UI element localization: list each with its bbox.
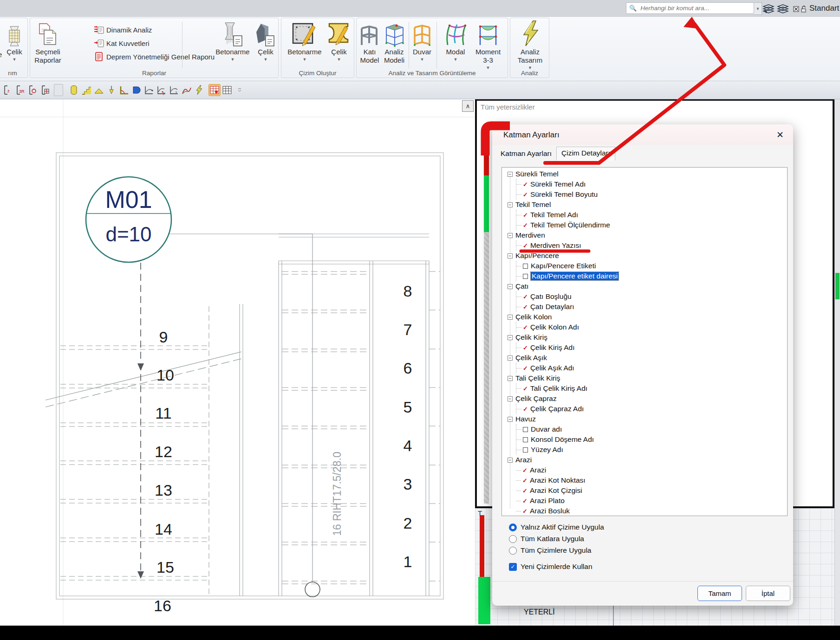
close-drawing-icon[interactable] xyxy=(792,4,800,14)
chart-stress-icon[interactable] xyxy=(181,84,193,96)
tree-parent-row[interactable]: −Sürekli Temel xyxy=(502,169,787,179)
tree-parent-row[interactable]: −Tekil Temel xyxy=(502,200,787,210)
level-axis-icon[interactable]: z xyxy=(2,84,14,96)
betonarme-rapor-button[interactable]: Betonarme ▼ xyxy=(213,20,252,62)
tab-katman-ayarlari[interactable]: Katman Ayarları xyxy=(496,148,556,161)
tree-parent-row[interactable]: −Arazi xyxy=(502,455,787,465)
unlock-icon[interactable] xyxy=(800,4,808,14)
stairs-icon[interactable] xyxy=(80,84,92,96)
tree-child-row[interactable]: ✓Arazi Bosluk xyxy=(516,506,787,516)
tree-child-row-merdiven-yazisi[interactable]: ✓Merdiven Yazısı xyxy=(516,240,787,251)
collapse-icon[interactable]: − xyxy=(508,356,513,361)
slab-table-icon[interactable] xyxy=(221,84,233,96)
moment-3-3-button[interactable]: Moment 3-3 ▼ xyxy=(469,20,507,70)
checkbox-unchecked-icon[interactable] xyxy=(523,264,528,269)
tree-child-row-selected[interactable]: Kapı/Pencere etiket dairesi xyxy=(516,271,787,281)
collapse-icon[interactable]: − xyxy=(508,335,513,340)
tree-child-row[interactable]: ✓Çelik Kiriş Adı xyxy=(516,343,787,353)
tree-child-row[interactable]: ✓Çelik Kolon Adı xyxy=(516,322,787,332)
collapse-icon[interactable]: − xyxy=(508,253,513,259)
layer-tree[interactable]: −Sürekli Temel ✓Sürekli Temel Adı ✓Sürek… xyxy=(501,167,788,516)
ok-button[interactable]: Tamam xyxy=(697,586,742,601)
tree-parent-row[interactable]: −Çelik Kolon xyxy=(502,312,787,322)
tree-parent-row[interactable]: −Çelik Çapraz xyxy=(502,394,787,404)
collapse-icon[interactable]: − xyxy=(508,315,513,320)
tree-parent-row[interactable]: −Merdiven xyxy=(502,230,787,240)
tree-child-row[interactable]: ✓Arazi Plato xyxy=(516,496,787,506)
tree-child-row[interactable]: ✓Arazi xyxy=(516,465,787,475)
close-icon[interactable]: ✕ xyxy=(776,129,784,140)
analiz-modeli-button[interactable]: Analiz Modeli xyxy=(381,20,407,65)
region-icon[interactable] xyxy=(130,84,143,96)
layer-settings-icon[interactable] xyxy=(762,4,775,14)
drawing-canvas[interactable]: M01 d=10 9 10 11 12 13 14 15 16 8 7 6 5 … xyxy=(0,99,475,626)
search-input[interactable] xyxy=(639,4,751,12)
level-section-icon[interactable] xyxy=(27,84,39,96)
checkbox-checked-icon[interactable]: ✓ xyxy=(509,563,517,571)
radio-row[interactable]: Tüm Katlara Uygula xyxy=(509,534,604,544)
search-dropdown-button[interactable]: ▼ xyxy=(754,2,762,15)
tree-parent-row[interactable]: −Çatı xyxy=(502,281,787,291)
column-icon[interactable] xyxy=(68,84,80,96)
analiz-tasarim-button[interactable]: Analiz Tasarım ▼ xyxy=(513,20,547,70)
collapse-icon[interactable]: − xyxy=(508,396,513,401)
tree-child-row[interactable]: ✓Çatı Boşluğu xyxy=(516,291,787,302)
checkbox-unchecked-icon[interactable] xyxy=(523,437,528,442)
tree-child-row[interactable]: ✓Tali Çelik Kiriş Adı xyxy=(516,383,787,394)
tree-child-row[interactable]: Kapı/Pencere Etiketi xyxy=(516,261,787,271)
workspace-label[interactable]: Standart xyxy=(809,4,839,13)
tree-child-row[interactable]: ✓Sürekli Temel Adı xyxy=(516,179,787,189)
tree-child-row[interactable]: ✓Çatı Detayları xyxy=(516,302,787,312)
tree-child-row[interactable]: Duvar adı xyxy=(516,424,787,434)
tree-parent-row[interactable]: −Havuz xyxy=(502,414,787,424)
tree-child-row[interactable]: ✓Sürekli Temel Boyutu xyxy=(516,189,787,200)
deprem-raporu-button[interactable]: Deprem Yönetmeliği Genel Raporu xyxy=(93,51,215,63)
kati-model-button[interactable]: Katı Model xyxy=(357,20,382,65)
tree-child-row[interactable]: ✓Çelik Aşık Adı xyxy=(516,363,787,373)
radio-icon[interactable] xyxy=(509,547,517,555)
level-target-icon[interactable] xyxy=(39,84,52,96)
checkbox-unchecked-icon[interactable] xyxy=(523,427,528,432)
chart-moment-icon[interactable]: ? xyxy=(168,84,180,96)
tree-parent-row[interactable]: −Çelik Kiriş xyxy=(502,332,787,343)
secmeli-raporlar-button[interactable]: Seçmeli Raporlar xyxy=(31,20,65,65)
radio-selected-icon[interactable] xyxy=(509,524,517,531)
angle-icon[interactable] xyxy=(118,84,130,96)
collapse-icon[interactable]: − xyxy=(508,376,513,381)
level-3d-icon[interactable]: 3R xyxy=(14,84,26,96)
collapse-icon[interactable]: − xyxy=(508,458,513,463)
tree-child-row[interactable]: ✓Tekil Temel Adı xyxy=(516,210,787,220)
tree-child-row[interactable]: Yüzey Adı xyxy=(516,445,787,455)
chart-displacement-icon[interactable] xyxy=(143,84,155,96)
collapse-panel-button[interactable]: ∧ xyxy=(462,100,474,112)
tree-parent-row[interactable]: −Kapı/Pencere xyxy=(502,251,787,261)
slab-table-active-icon[interactable] xyxy=(208,84,221,96)
collapse-icon[interactable]: − xyxy=(508,233,513,238)
dinamik-analiz-button[interactable]: Dinamik Analiz xyxy=(93,24,152,36)
radio-icon[interactable] xyxy=(509,535,517,543)
status-strip-scrollbar[interactable] xyxy=(484,232,489,504)
celik-rapor-button[interactable]: Çelik ▼ xyxy=(253,20,278,62)
tree-child-row[interactable]: ✓Arazi Kot Noktası xyxy=(516,475,787,485)
collapse-icon[interactable]: − xyxy=(508,172,513,177)
tree-child-row[interactable]: ✓Tekil Temel Ölçülendirme xyxy=(516,220,787,230)
tree-parent-row[interactable]: −Çelik Aşık xyxy=(502,353,787,363)
drawing-details-icon[interactable] xyxy=(776,4,789,14)
tree-child-row[interactable]: ✓Çelik Çapraz Adı xyxy=(516,404,787,414)
tree-child-row[interactable]: Konsol Döşeme Adı xyxy=(516,434,787,445)
command-search[interactable]: 🔍 xyxy=(626,2,754,14)
toolbar-spacer-button[interactable] xyxy=(54,84,63,96)
plumb-icon[interactable] xyxy=(105,84,117,96)
checkbox-unchecked-icon[interactable] xyxy=(523,274,528,279)
chart-shear-icon[interactable]: p xyxy=(156,84,168,96)
collapse-icon[interactable]: − xyxy=(508,284,513,289)
duvar-button[interactable]: Duvar ▼ xyxy=(410,20,434,62)
radio-row[interactable]: Yalnız Aktif Çizime Uygula xyxy=(509,522,604,532)
tree-parent-row[interactable]: −Tali Çelik Kiriş xyxy=(502,373,787,383)
modal-button[interactable]: Modal ▼ xyxy=(443,20,468,62)
cancel-button[interactable]: İptal xyxy=(746,586,790,601)
celik-cizim-button[interactable]: Çelik ▼ xyxy=(325,20,353,62)
analysis-bolt-icon[interactable] xyxy=(193,84,205,96)
toolbar-overflow-icon[interactable] xyxy=(234,84,246,96)
tab-cizim-detaylari[interactable]: Çizim Detayları xyxy=(556,147,615,161)
